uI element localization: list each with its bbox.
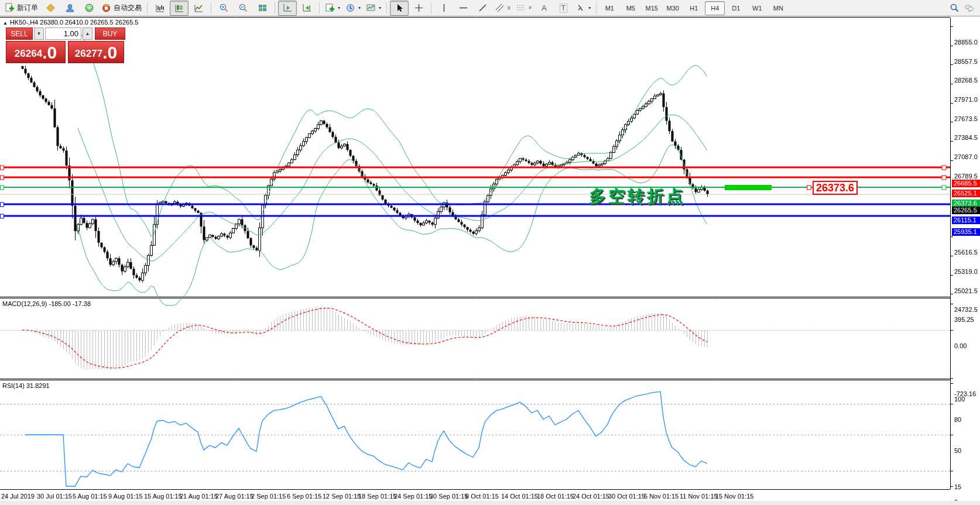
fibonacci-icon: [516, 3, 526, 13]
new-order-icon: [5, 3, 15, 13]
toolbar-separator: [147, 2, 148, 14]
fibonacci-button[interactable]: F: [513, 1, 534, 16]
chart-annotation-text[interactable]: 多空转折点: [589, 185, 686, 208]
bar-chart-icon: [155, 3, 165, 13]
tf-h4-button[interactable]: H4: [705, 1, 725, 15]
trendline-icon: [478, 3, 488, 13]
horizontal-line-icon: [458, 3, 468, 13]
new-order-label: 新订单: [17, 3, 38, 13]
price-level-label[interactable]: 26373.6: [813, 181, 858, 195]
time-axis-label: 30 Jul 01:15: [37, 493, 72, 500]
zoom-in-button[interactable]: [214, 1, 233, 16]
community-button[interactable]: [60, 1, 79, 16]
templates-dropdown[interactable]: ▾: [364, 1, 383, 16]
buy-price-display[interactable]: 26277 .0: [68, 41, 124, 63]
crosshair-icon: [414, 3, 424, 13]
tf-m15-button[interactable]: M15: [642, 1, 662, 15]
sell-button[interactable]: SELL: [6, 28, 33, 40]
autotrading-label: 自动交易: [114, 3, 142, 13]
tf-w1-button[interactable]: W1: [747, 1, 767, 15]
search-icon[interactable]: [950, 3, 960, 13]
line-chart-icon: [194, 3, 204, 13]
buy-button[interactable]: BUY: [95, 28, 125, 40]
cursor-button[interactable]: [390, 1, 409, 16]
price-axis-tick: 25319.0: [954, 268, 978, 275]
metaeditor-button[interactable]: [41, 1, 60, 16]
chart-area: ▲HK50-,H4 26380.0 26410.0 26265.5 26265.…: [0, 16, 980, 505]
auto-scroll-button[interactable]: [278, 1, 297, 16]
sell-price-display[interactable]: 26264 .0: [6, 41, 66, 63]
toolbar-separator: [211, 2, 211, 14]
new-order-button[interactable]: 新订单: [2, 1, 40, 16]
text-label-button[interactable]: T: [554, 1, 573, 16]
periods-dropdown[interactable]: ▾: [343, 1, 363, 16]
price-axis-tick: 27087.0: [954, 153, 978, 160]
line-chart-button[interactable]: [189, 1, 208, 16]
tf-d1-button[interactable]: D1: [726, 1, 746, 15]
time-axis-label: 15 Aug 01:15: [144, 493, 182, 500]
time-axis-label: 24 Oct 01:15: [573, 493, 609, 500]
trendline-button[interactable]: [473, 1, 492, 16]
bar-chart-button[interactable]: [150, 1, 169, 16]
text-label-icon: T: [560, 4, 567, 13]
zoom-out-button[interactable]: [234, 1, 252, 16]
tf-m30-button[interactable]: M30: [663, 1, 683, 15]
tile-windows-icon: [258, 3, 268, 13]
price-line-badge: 26525.1: [952, 190, 980, 197]
clock-icon: [345, 3, 355, 13]
time-axis-label: 18 Oct 01:15: [537, 493, 574, 500]
signals-button[interactable]: [80, 1, 98, 16]
rsi-axis-tick: 80: [954, 416, 961, 423]
equidistant-channel-button[interactable]: E: [492, 1, 513, 16]
one-click-trade-panel: SELL ▼ ▲ BUY 26264 .0 26277 .0: [6, 28, 128, 63]
volume-increase-button[interactable]: ▲: [83, 28, 92, 40]
collapse-icon[interactable]: ▲: [3, 20, 8, 26]
volume-input[interactable]: [45, 28, 81, 40]
chart-title-text: HK50-,H4 26380.0 26410.0 26265.5 26265.5: [10, 19, 139, 26]
volume-decrease-button[interactable]: ▼: [34, 28, 44, 40]
arrows-icon: [575, 3, 585, 13]
horizontal-line-button[interactable]: [454, 1, 472, 16]
autotrading-button[interactable]: 自动交易: [99, 1, 144, 16]
toolbar-separator: [386, 2, 387, 14]
time-axis-label: 11 Nov 01:15: [680, 493, 718, 500]
channel-letter: E: [508, 5, 510, 11]
macd-axis-tick: 0.00: [954, 342, 967, 349]
tf-h1-button[interactable]: H1: [684, 1, 704, 15]
rsi-axis-tick: 50: [954, 447, 961, 454]
price-axis-tick: 28268.5: [954, 77, 978, 84]
new-chart-dropdown[interactable]: ▾: [323, 1, 342, 16]
time-axis-label: 30 Sep 01:15: [430, 493, 468, 500]
price-axis-tick: 25021.5: [954, 287, 978, 294]
arrows-dropdown[interactable]: ▾: [573, 1, 593, 16]
new-chart-icon: [325, 3, 335, 13]
community-person-icon: [65, 3, 75, 13]
tf-mn-button[interactable]: MN: [768, 1, 788, 15]
text-button[interactable]: A: [534, 1, 553, 16]
zoom-out-icon: [238, 3, 248, 13]
price-chart-canvas[interactable]: [0, 16, 980, 490]
toolbar-separator: [596, 2, 597, 14]
signals-icon: [84, 3, 94, 13]
rsi-axis-tick: 15: [954, 483, 961, 490]
time-axis-label: 12 Sep 01:15: [323, 493, 361, 500]
text-tool-icon: A: [542, 4, 547, 12]
macd-indicator-label: MACD(12,26,9) -185.00 -17.38: [2, 300, 91, 307]
time-axis-label: 21 Aug 01:15: [180, 493, 218, 500]
tile-windows-button[interactable]: [253, 1, 272, 16]
tf-m1-button[interactable]: M1: [599, 1, 619, 15]
auto-scroll-icon: [283, 3, 293, 13]
price-line-badge: 26115.1: [952, 217, 980, 224]
candlestick-chart-icon: [174, 3, 184, 13]
chart-shift-button[interactable]: [297, 1, 316, 16]
candlestick-chart-button[interactable]: [170, 1, 189, 16]
vertical-line-button[interactable]: [434, 1, 453, 16]
price-line-badge: 26685.5: [952, 180, 980, 187]
chevron-down-icon: ▾: [379, 5, 381, 11]
channel-icon: [495, 3, 505, 13]
chat-icon[interactable]: [964, 3, 974, 13]
time-axis-label: 14 Oct 01:15: [501, 493, 538, 500]
time-axis-label: 2 Sep 01:15: [251, 493, 286, 500]
tf-m5-button[interactable]: M5: [621, 1, 640, 15]
crosshair-button[interactable]: [409, 1, 428, 16]
